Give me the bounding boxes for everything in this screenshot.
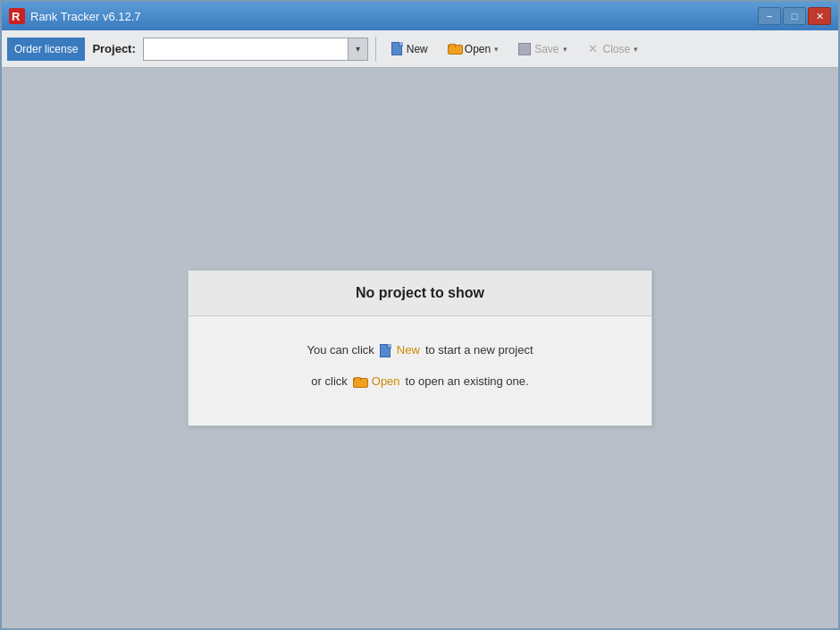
save-button-label: Save: [534, 43, 559, 55]
project-dropdown: ▾: [143, 38, 368, 61]
open-icon: [448, 43, 461, 55]
no-project-card: No project to show You can click New to …: [188, 270, 652, 425]
save-icon: [518, 43, 531, 55]
project-dropdown-arrow[interactable]: ▾: [349, 38, 368, 61]
instruction-line-1: You can click New to start a new project: [215, 338, 625, 364]
open-button[interactable]: Open ▾: [440, 37, 507, 62]
no-project-body: You can click New to start a new project…: [189, 316, 651, 424]
open-chevron: ▾: [494, 45, 499, 54]
inline-new-icon: [380, 344, 391, 357]
line1-suffix: to start a new project: [425, 338, 533, 364]
new-icon: [391, 42, 403, 55]
window-controls: − □ ✕: [758, 7, 831, 25]
inline-open-icon: [353, 376, 366, 388]
line2-open-text: Open: [372, 369, 400, 395]
main-content: No project to show You can click New to …: [2, 68, 838, 628]
open-button-label: Open: [465, 43, 491, 55]
order-license-button[interactable]: Order license: [7, 38, 85, 61]
maximize-button[interactable]: □: [783, 7, 806, 25]
no-project-title: No project to show: [189, 271, 651, 316]
separator-1: [375, 37, 376, 62]
new-button[interactable]: New: [383, 37, 436, 62]
app-window: R Rank Tracker v6.12.7 − □ ✕ Order licen…: [0, 0, 840, 630]
close-chevron: ▾: [634, 45, 638, 54]
titlebar: R Rank Tracker v6.12.7 − □ ✕: [2, 2, 838, 30]
toolbar: Order license Project: ▾ New Open ▾ Save…: [2, 30, 838, 68]
project-label: Project:: [92, 42, 135, 55]
save-button[interactable]: Save ▾: [510, 37, 575, 62]
line1-prefix: You can click: [307, 338, 374, 364]
close-doc-button-label: Close: [603, 43, 631, 55]
app-icon: R: [9, 8, 25, 24]
line2-prefix: or click: [311, 369, 347, 395]
minimize-button[interactable]: −: [758, 7, 781, 25]
close-button[interactable]: ✕: [808, 7, 831, 25]
close-doc-icon: ✕: [587, 43, 600, 55]
new-button-label: New: [407, 43, 428, 55]
save-chevron: ▾: [563, 45, 567, 54]
svg-text:R: R: [12, 10, 21, 23]
line2-suffix: to open an existing one.: [406, 369, 529, 395]
instruction-line-2: or click Open to open an existing one.: [215, 369, 625, 395]
line1-new-text: New: [397, 338, 420, 364]
window-title: Rank Tracker v6.12.7: [30, 10, 758, 23]
project-input[interactable]: [143, 38, 349, 61]
close-doc-button[interactable]: ✕ Close ▾: [579, 37, 647, 62]
